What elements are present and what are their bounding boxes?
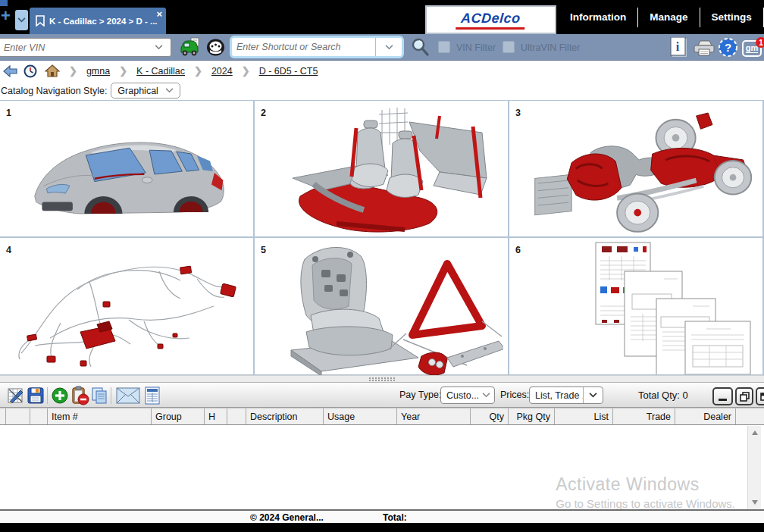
total-qty: Total Qty: 0 [638, 390, 688, 401]
report-icon[interactable] [142, 386, 162, 405]
breadcrumb-separator: ❯ [69, 65, 77, 77]
notification-badge: 1 [756, 37, 764, 48]
home-icon[interactable] [45, 64, 60, 77]
status-bar: © 2024 General... Total: [0, 509, 764, 523]
search-icon[interactable] [411, 38, 430, 60]
pay-type-value: Custo... [441, 390, 482, 401]
col-header-pkg-qty[interactable]: Pkg Qty [509, 408, 555, 424]
col-header[interactable] [30, 408, 48, 424]
prices-select[interactable]: List, Trade ... [529, 386, 603, 404]
panel-splitter[interactable] [0, 375, 764, 383]
crumb-make[interactable]: K - Cadillac [136, 66, 185, 77]
tab-bar: + K - Cadillac > 2024 > D - ... × ACDelc… [0, 0, 764, 34]
breadcrumb: ❯ gmna ❯ K - Cadillac ❯ 2024 ❯ D - 6D5 -… [0, 61, 764, 81]
splitter-grip-icon[interactable] [369, 377, 395, 381]
minimize-icon [719, 399, 727, 401]
footer-total-label: Total: [383, 512, 407, 523]
history-icon[interactable] [23, 64, 37, 78]
thumb-number: 3 [515, 108, 521, 118]
shortcut-search-field[interactable] [232, 38, 376, 56]
col-header[interactable] [6, 408, 30, 424]
menu-settings[interactable]: Settings [700, 0, 763, 34]
col-header-trade[interactable]: Trade [613, 408, 675, 424]
crumb-model[interactable]: D - 6D5 - CT5 [259, 66, 318, 77]
scroll-down-icon[interactable] [752, 500, 758, 505]
tab-cadillac-2024[interactable]: K - Cadillac > 2024 > D - ... × [30, 8, 166, 34]
catalog-thumb-interior[interactable]: 2 [255, 101, 509, 238]
thumb-number: 5 [261, 245, 266, 255]
brand-logo-box: ACDelco [425, 5, 556, 34]
save-icon[interactable] [26, 386, 45, 405]
col-header[interactable] [227, 408, 246, 424]
col-header-h[interactable]: H [205, 408, 227, 424]
catalog-thumbnail-grid: 1 2 [0, 100, 764, 375]
vin-input[interactable] [0, 42, 152, 53]
shortcut-search-input[interactable] [232, 42, 375, 52]
col-header-group[interactable]: Group [152, 408, 205, 424]
restore-panel-button[interactable] [735, 387, 753, 405]
minimize-panel-button[interactable] [712, 387, 733, 405]
help-icon[interactable]: ? [719, 38, 737, 60]
gm-account-icon[interactable]: gm 1 [742, 40, 762, 57]
tab-close-button[interactable]: × [156, 8, 162, 20]
vehicle-lookup-icon[interactable] [180, 37, 200, 60]
copy-icon[interactable] [89, 386, 109, 405]
chevron-down-icon [17, 17, 26, 23]
catalog-thumb-seat-accessories[interactable]: 5 [255, 238, 509, 376]
documents-illustration [579, 241, 761, 374]
vin-input-combo[interactable] [0, 38, 171, 57]
ultravin-filter-label: UltraVIN Filter [521, 42, 580, 53]
col-header-description[interactable]: Description [246, 408, 324, 424]
prices-value: List, Trade ... [530, 390, 583, 401]
catalog-thumb-wiring[interactable]: 4 [0, 238, 255, 376]
tab-list-dropdown-button[interactable] [15, 10, 28, 30]
catalog-thumb-body-shell[interactable]: 1 [0, 101, 255, 238]
breadcrumb-separator: ❯ [119, 65, 127, 77]
window-corner-fragment [0, 0, 8, 6]
col-header[interactable] [736, 408, 764, 424]
col-header-list[interactable]: List [555, 408, 613, 424]
back-icon[interactable] [3, 65, 17, 77]
edit-worksheet-icon[interactable] [6, 386, 26, 405]
ultravin-filter-checkbox[interactable] [503, 41, 515, 53]
prices-dropdown-button[interactable] [583, 387, 603, 403]
col-header-qty[interactable]: Qty [471, 408, 509, 424]
vin-filter-checkbox[interactable] [438, 41, 450, 53]
info-document-icon[interactable]: i [670, 37, 690, 61]
car-body-illustration [21, 113, 241, 234]
steering-wheel-icon[interactable] [206, 38, 225, 60]
tab-title: K - Cadillac > 2024 > D - ... [49, 17, 158, 26]
catalog-nav-style-value: Graphical [117, 86, 158, 96]
chevron-down-icon[interactable] [155, 45, 163, 50]
shortcut-search-combo[interactable] [230, 36, 404, 58]
search-dropdown-button[interactable] [376, 38, 402, 56]
maximize-panel-button[interactable] [756, 387, 764, 405]
menu-manage[interactable]: Manage [638, 0, 699, 34]
add-item-icon[interactable] [50, 386, 70, 405]
pay-type-label: Pay Type: [399, 390, 441, 400]
scroll-up-icon[interactable] [752, 430, 758, 435]
crumb-gmna[interactable]: gmna [86, 66, 110, 77]
catalog-thumb-documents[interactable]: 6 [509, 238, 764, 376]
vertical-scrollbar[interactable] [747, 426, 761, 509]
col-header-usage[interactable]: Usage [324, 408, 397, 424]
chassis-illustration [529, 108, 756, 233]
pay-type-select[interactable]: Custo... [440, 386, 495, 404]
menu-information[interactable]: Information [559, 0, 637, 34]
col-header[interactable] [0, 408, 6, 424]
new-tab-button[interactable]: + [1, 8, 11, 24]
thumb-number: 1 [6, 108, 11, 118]
copyright-text: © 2024 General... [250, 512, 324, 523]
col-header-dealer[interactable]: Dealer [675, 408, 736, 424]
catalog-thumb-chassis[interactable]: 3 [509, 101, 764, 238]
crumb-year[interactable]: 2024 [211, 66, 233, 77]
svg-text:?: ? [725, 41, 731, 54]
catalog-nav-row: Catalog Navigation Style: Graphical [0, 81, 764, 100]
watermark-subtitle: Go to Settings to activate Windows. [556, 497, 735, 510]
col-header-year[interactable]: Year [397, 408, 471, 424]
catalog-nav-style-select[interactable]: Graphical [111, 83, 180, 99]
col-header-item[interactable]: Item # [48, 408, 152, 424]
remove-item-icon[interactable] [70, 386, 89, 405]
print-icon[interactable] [693, 39, 715, 59]
email-icon[interactable] [115, 386, 141, 405]
